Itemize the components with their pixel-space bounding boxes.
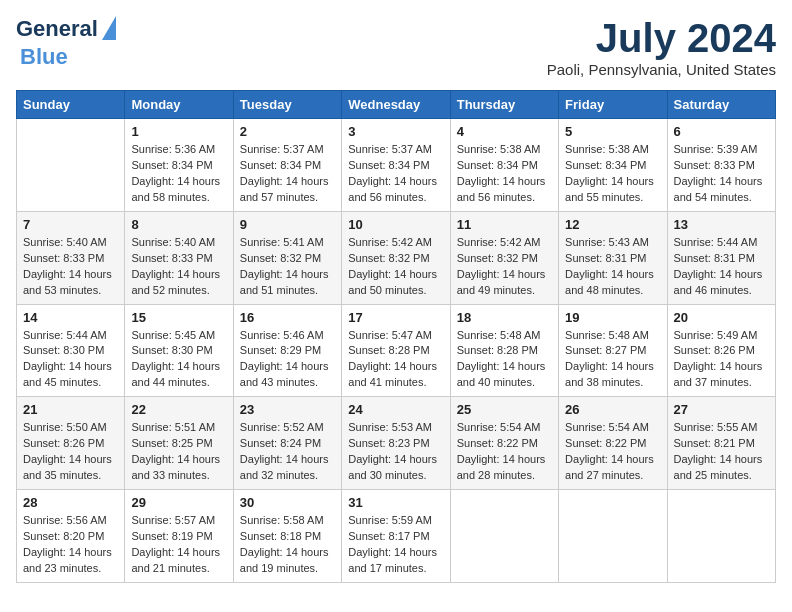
day-info: Sunrise: 5:54 AM Sunset: 8:22 PM Dayligh…: [457, 420, 552, 484]
day-number: 4: [457, 124, 552, 139]
day-number: 19: [565, 310, 660, 325]
day-number: 13: [674, 217, 769, 232]
day-number: 30: [240, 495, 335, 510]
cell-week1-day4: 3Sunrise: 5:37 AM Sunset: 8:34 PM Daylig…: [342, 119, 450, 212]
cell-week5-day2: 29Sunrise: 5:57 AM Sunset: 8:19 PM Dayli…: [125, 490, 233, 583]
day-number: 17: [348, 310, 443, 325]
cell-week5-day1: 28Sunrise: 5:56 AM Sunset: 8:20 PM Dayli…: [17, 490, 125, 583]
cell-week4-day3: 23Sunrise: 5:52 AM Sunset: 8:24 PM Dayli…: [233, 397, 341, 490]
cell-week2-day1: 7Sunrise: 5:40 AM Sunset: 8:33 PM Daylig…: [17, 211, 125, 304]
month-title: July 2024: [547, 16, 776, 61]
title-area: July 2024 Paoli, Pennsylvania, United St…: [547, 16, 776, 78]
cell-week3-day3: 16Sunrise: 5:46 AM Sunset: 8:29 PM Dayli…: [233, 304, 341, 397]
header-tuesday: Tuesday: [233, 91, 341, 119]
cell-week3-day6: 19Sunrise: 5:48 AM Sunset: 8:27 PM Dayli…: [559, 304, 667, 397]
cell-week1-day1: [17, 119, 125, 212]
header-wednesday: Wednesday: [342, 91, 450, 119]
cell-week3-day7: 20Sunrise: 5:49 AM Sunset: 8:26 PM Dayli…: [667, 304, 775, 397]
day-number: 26: [565, 402, 660, 417]
day-number: 1: [131, 124, 226, 139]
day-info: Sunrise: 5:48 AM Sunset: 8:27 PM Dayligh…: [565, 328, 660, 392]
week-row-3: 14Sunrise: 5:44 AM Sunset: 8:30 PM Dayli…: [17, 304, 776, 397]
week-row-1: 1Sunrise: 5:36 AM Sunset: 8:34 PM Daylig…: [17, 119, 776, 212]
cell-week2-day3: 9Sunrise: 5:41 AM Sunset: 8:32 PM Daylig…: [233, 211, 341, 304]
day-info: Sunrise: 5:49 AM Sunset: 8:26 PM Dayligh…: [674, 328, 769, 392]
day-info: Sunrise: 5:38 AM Sunset: 8:34 PM Dayligh…: [457, 142, 552, 206]
day-info: Sunrise: 5:36 AM Sunset: 8:34 PM Dayligh…: [131, 142, 226, 206]
cell-week3-day2: 15Sunrise: 5:45 AM Sunset: 8:30 PM Dayli…: [125, 304, 233, 397]
cell-week1-day5: 4Sunrise: 5:38 AM Sunset: 8:34 PM Daylig…: [450, 119, 558, 212]
day-info: Sunrise: 5:59 AM Sunset: 8:17 PM Dayligh…: [348, 513, 443, 577]
header-monday: Monday: [125, 91, 233, 119]
day-number: 7: [23, 217, 118, 232]
day-info: Sunrise: 5:42 AM Sunset: 8:32 PM Dayligh…: [457, 235, 552, 299]
day-number: 5: [565, 124, 660, 139]
cell-week2-day2: 8Sunrise: 5:40 AM Sunset: 8:33 PM Daylig…: [125, 211, 233, 304]
cell-week3-day4: 17Sunrise: 5:47 AM Sunset: 8:28 PM Dayli…: [342, 304, 450, 397]
day-info: Sunrise: 5:38 AM Sunset: 8:34 PM Dayligh…: [565, 142, 660, 206]
page-header: General Blue July 2024 Paoli, Pennsylvan…: [16, 16, 776, 78]
day-info: Sunrise: 5:40 AM Sunset: 8:33 PM Dayligh…: [23, 235, 118, 299]
cell-week1-day2: 1Sunrise: 5:36 AM Sunset: 8:34 PM Daylig…: [125, 119, 233, 212]
day-info: Sunrise: 5:58 AM Sunset: 8:18 PM Dayligh…: [240, 513, 335, 577]
day-info: Sunrise: 5:44 AM Sunset: 8:31 PM Dayligh…: [674, 235, 769, 299]
day-number: 28: [23, 495, 118, 510]
day-number: 31: [348, 495, 443, 510]
cell-week4-day4: 24Sunrise: 5:53 AM Sunset: 8:23 PM Dayli…: [342, 397, 450, 490]
day-number: 6: [674, 124, 769, 139]
cell-week1-day7: 6Sunrise: 5:39 AM Sunset: 8:33 PM Daylig…: [667, 119, 775, 212]
cell-week2-day4: 10Sunrise: 5:42 AM Sunset: 8:32 PM Dayli…: [342, 211, 450, 304]
day-number: 10: [348, 217, 443, 232]
day-info: Sunrise: 5:51 AM Sunset: 8:25 PM Dayligh…: [131, 420, 226, 484]
cell-week5-day5: [450, 490, 558, 583]
day-info: Sunrise: 5:39 AM Sunset: 8:33 PM Dayligh…: [674, 142, 769, 206]
day-number: 24: [348, 402, 443, 417]
day-info: Sunrise: 5:37 AM Sunset: 8:34 PM Dayligh…: [348, 142, 443, 206]
logo: General Blue: [16, 16, 98, 70]
day-number: 11: [457, 217, 552, 232]
day-info: Sunrise: 5:57 AM Sunset: 8:19 PM Dayligh…: [131, 513, 226, 577]
day-info: Sunrise: 5:42 AM Sunset: 8:32 PM Dayligh…: [348, 235, 443, 299]
day-number: 12: [565, 217, 660, 232]
day-info: Sunrise: 5:44 AM Sunset: 8:30 PM Dayligh…: [23, 328, 118, 392]
day-number: 14: [23, 310, 118, 325]
logo-blue: Blue: [20, 44, 68, 70]
day-info: Sunrise: 5:50 AM Sunset: 8:26 PM Dayligh…: [23, 420, 118, 484]
day-info: Sunrise: 5:43 AM Sunset: 8:31 PM Dayligh…: [565, 235, 660, 299]
cell-week4-day7: 27Sunrise: 5:55 AM Sunset: 8:21 PM Dayli…: [667, 397, 775, 490]
day-number: 3: [348, 124, 443, 139]
header-saturday: Saturday: [667, 91, 775, 119]
week-row-2: 7Sunrise: 5:40 AM Sunset: 8:33 PM Daylig…: [17, 211, 776, 304]
cell-week5-day3: 30Sunrise: 5:58 AM Sunset: 8:18 PM Dayli…: [233, 490, 341, 583]
cell-week3-day1: 14Sunrise: 5:44 AM Sunset: 8:30 PM Dayli…: [17, 304, 125, 397]
day-number: 22: [131, 402, 226, 417]
day-number: 8: [131, 217, 226, 232]
header-friday: Friday: [559, 91, 667, 119]
day-number: 21: [23, 402, 118, 417]
day-info: Sunrise: 5:56 AM Sunset: 8:20 PM Dayligh…: [23, 513, 118, 577]
day-number: 15: [131, 310, 226, 325]
location: Paoli, Pennsylvania, United States: [547, 61, 776, 78]
day-info: Sunrise: 5:45 AM Sunset: 8:30 PM Dayligh…: [131, 328, 226, 392]
calendar-header-row: SundayMondayTuesdayWednesdayThursdayFrid…: [17, 91, 776, 119]
calendar-table: SundayMondayTuesdayWednesdayThursdayFrid…: [16, 90, 776, 583]
cell-week1-day6: 5Sunrise: 5:38 AM Sunset: 8:34 PM Daylig…: [559, 119, 667, 212]
day-info: Sunrise: 5:53 AM Sunset: 8:23 PM Dayligh…: [348, 420, 443, 484]
day-info: Sunrise: 5:46 AM Sunset: 8:29 PM Dayligh…: [240, 328, 335, 392]
calendar-body: 1Sunrise: 5:36 AM Sunset: 8:34 PM Daylig…: [17, 119, 776, 583]
cell-week5-day6: [559, 490, 667, 583]
day-number: 18: [457, 310, 552, 325]
day-info: Sunrise: 5:40 AM Sunset: 8:33 PM Dayligh…: [131, 235, 226, 299]
logo-general: General: [16, 16, 98, 41]
cell-week4-day6: 26Sunrise: 5:54 AM Sunset: 8:22 PM Dayli…: [559, 397, 667, 490]
cell-week1-day3: 2Sunrise: 5:37 AM Sunset: 8:34 PM Daylig…: [233, 119, 341, 212]
day-info: Sunrise: 5:47 AM Sunset: 8:28 PM Dayligh…: [348, 328, 443, 392]
week-row-4: 21Sunrise: 5:50 AM Sunset: 8:26 PM Dayli…: [17, 397, 776, 490]
day-info: Sunrise: 5:48 AM Sunset: 8:28 PM Dayligh…: [457, 328, 552, 392]
cell-week4-day1: 21Sunrise: 5:50 AM Sunset: 8:26 PM Dayli…: [17, 397, 125, 490]
day-info: Sunrise: 5:52 AM Sunset: 8:24 PM Dayligh…: [240, 420, 335, 484]
cell-week2-day5: 11Sunrise: 5:42 AM Sunset: 8:32 PM Dayli…: [450, 211, 558, 304]
day-number: 27: [674, 402, 769, 417]
day-info: Sunrise: 5:37 AM Sunset: 8:34 PM Dayligh…: [240, 142, 335, 206]
day-number: 29: [131, 495, 226, 510]
